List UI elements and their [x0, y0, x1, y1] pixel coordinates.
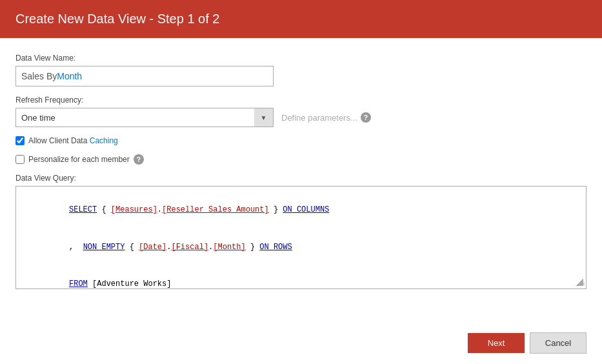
allow-caching-row: Allow Client Data Caching: [15, 136, 587, 145]
query-line-3: FROM [Adventure Works]: [23, 266, 579, 289]
query-content-area[interactable]: SELECT { [Measures].[Reseller Sales Amou…: [15, 186, 587, 289]
dialog-body: Data View Name: Sales By Month Refresh F…: [0, 38, 602, 325]
kw-on-columns: ON COLUMNS: [283, 205, 329, 214]
next-button[interactable]: Next: [468, 333, 525, 353]
kw-on-rows: ON ROWS: [259, 243, 292, 252]
personalize-row: Personalize for each member ?: [15, 154, 587, 165]
data-view-name-input[interactable]: Sales By Month: [15, 66, 274, 86]
name-normal-part: Sales By: [21, 71, 57, 81]
kw-non-empty: NON EMPTY: [83, 243, 125, 252]
refresh-row: One time Every hour Every day Every week…: [15, 108, 587, 127]
member-measures: [Measures]: [111, 205, 157, 214]
cancel-button[interactable]: Cancel: [530, 332, 587, 354]
define-params-help-icon[interactable]: ?: [361, 112, 371, 123]
define-params-container: Define parameters... ?: [281, 112, 371, 123]
data-view-query-label: Data View Query:: [15, 174, 587, 183]
data-view-name-label: Data View Name:: [15, 54, 587, 63]
personalize-label: Personalize for each member: [28, 155, 130, 164]
refresh-frequency-wrapper: One time Every hour Every day Every week: [15, 108, 274, 127]
caching-label-normal: Allow Client Data: [28, 136, 90, 145]
member-fiscal: [Fiscal]: [171, 243, 208, 252]
allow-caching-checkbox[interactable]: [15, 136, 25, 145]
query-line-2: , NON EMPTY { [Date].[Fiscal].[Month] } …: [23, 229, 579, 267]
personalize-checkbox[interactable]: [15, 155, 25, 164]
refresh-frequency-label: Refresh Frequency:: [15, 96, 587, 105]
define-params-text[interactable]: Define parameters...: [281, 113, 357, 123]
allow-caching-label: Allow Client Data Caching: [28, 136, 118, 145]
member-month: [Month]: [213, 243, 245, 252]
member-reseller: [Reseller Sales Amount]: [162, 205, 269, 214]
refresh-frequency-select[interactable]: One time Every hour Every day Every week: [15, 108, 274, 127]
dialog-title: Create New Data View - Step 1 of 2: [15, 12, 219, 26]
dialog-header: Create New Data View - Step 1 of 2: [0, 0, 602, 38]
member-date: [Date]: [139, 243, 166, 252]
resize-handle-icon[interactable]: ⇲: [581, 281, 585, 287]
kw-from: FROM: [69, 279, 88, 288]
caching-label-blue: Caching: [90, 136, 118, 145]
personalize-help-icon[interactable]: ?: [134, 154, 144, 165]
kw-select: SELECT: [69, 205, 97, 214]
dialog-container: Create New Data View - Step 1 of 2 Data …: [0, 0, 602, 364]
query-line-1: SELECT { [Measures].[Reseller Sales Amou…: [23, 192, 579, 229]
query-wrapper: SELECT { [Measures].[Reseller Sales Amou…: [15, 186, 587, 317]
name-blue-part: Month: [57, 71, 82, 81]
dialog-footer: Next Cancel: [0, 325, 602, 364]
